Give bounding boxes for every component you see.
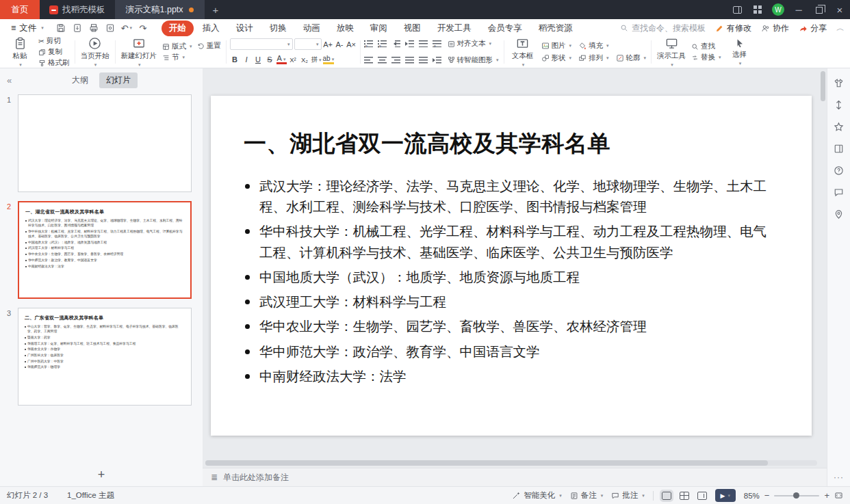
- split-window-button[interactable]: [727, 0, 747, 19]
- resize-pane-icon[interactable]: [834, 100, 844, 110]
- ribbon-tab[interactable]: 视图: [396, 21, 428, 36]
- command-search[interactable]: 查找命令、搜索模板: [620, 23, 706, 34]
- presentation-tools-button[interactable]: 演示工具: [655, 37, 688, 68]
- home-tab[interactable]: 首页: [0, 0, 40, 19]
- horizontal-scrollbar[interactable]: [205, 460, 817, 466]
- underline-button[interactable]: U: [253, 55, 263, 64]
- print-button[interactable]: [86, 21, 101, 35]
- more-tools-icon[interactable]: ···: [834, 473, 844, 482]
- paste-button[interactable]: 粘贴: [5, 37, 35, 68]
- ribbon-tab[interactable]: 开始: [162, 21, 194, 36]
- slide-thumbnail-1[interactable]: [18, 94, 192, 192]
- font-size-select[interactable]: [294, 38, 322, 50]
- ribbon-tab[interactable]: 切换: [262, 21, 294, 36]
- theme-skin-icon[interactable]: [834, 78, 844, 88]
- vertical-scrollbar[interactable]: [821, 71, 825, 458]
- increase-font-button[interactable]: A+: [323, 40, 333, 49]
- add-slide-button[interactable]: +: [0, 463, 203, 486]
- export-button[interactable]: [70, 21, 85, 35]
- file-menu-button[interactable]: ≡ 文件: [5, 23, 49, 34]
- ribbon-tab[interactable]: 插入: [195, 21, 227, 36]
- minimize-button[interactable]: ─: [788, 0, 809, 19]
- slide-canvas[interactable]: 一、湖北省双一流高校及其学科名单 武汉大学：理论经济学、法学、马克思主义理论、化…: [203, 68, 827, 468]
- section-button[interactable]: 节: [161, 53, 194, 62]
- help-icon[interactable]: [834, 165, 844, 176]
- phonetic-guide-button[interactable]: 拼: [311, 55, 322, 64]
- columns-button[interactable]: [433, 57, 441, 64]
- text-direction-button[interactable]: [419, 40, 428, 47]
- preview-button[interactable]: [103, 21, 118, 35]
- ribbon-tab[interactable]: 设计: [229, 21, 261, 36]
- slide-bullet[interactable]: 武汉大学：理论经济学、法学、马克思主义理论、化学、地球物理学、生物学、土木工程、…: [244, 176, 779, 217]
- close-button[interactable]: ×: [829, 0, 850, 19]
- cut-button[interactable]: ✂剪切: [37, 36, 71, 46]
- new-document-tab-button[interactable]: +: [205, 4, 227, 16]
- redo-button[interactable]: ↷: [136, 21, 151, 35]
- align-text-button[interactable]: 对齐文本: [446, 39, 493, 49]
- outline-button[interactable]: 轮廓: [615, 53, 648, 63]
- slide-bullet[interactable]: 华中科技大学：机械工程、光学工程、材料科学与工程、动力工程及工程热物理、电气工程…: [244, 221, 779, 262]
- slideshow-play-button[interactable]: ▶: [715, 489, 736, 502]
- current-slide[interactable]: 一、湖北省双一流高校及其学科名单 武汉大学：理论经济学、法学、马克思主义理论、化…: [211, 96, 812, 436]
- format-painter-button[interactable]: 格式刷: [37, 58, 71, 68]
- replace-button[interactable]: 替换: [690, 53, 723, 62]
- bold-button[interactable]: B: [230, 55, 240, 64]
- increase-indent-button[interactable]: [405, 40, 414, 47]
- bullet-list-button[interactable]: [364, 40, 373, 47]
- slide-thumbnail-2-selected[interactable]: 一、湖北省双一流高校及其学科名单 武汉大学：理论经济学、法学、马克思主义理论、化…: [18, 201, 192, 299]
- distribute-button[interactable]: [419, 57, 428, 64]
- slide-sorter-view-button[interactable]: [680, 492, 689, 500]
- shape-button[interactable]: 形状: [540, 53, 574, 63]
- layout-button[interactable]: 版式: [161, 42, 194, 51]
- strikethrough-button[interactable]: S: [265, 55, 275, 64]
- align-right-button[interactable]: [391, 57, 400, 64]
- normal-view-button[interactable]: [662, 492, 671, 500]
- collapse-ribbon-button[interactable]: ︿: [836, 23, 845, 34]
- new-slide-button[interactable]: 新建幻灯片: [119, 37, 159, 68]
- zoom-slider-knob[interactable]: [793, 492, 799, 499]
- align-center-button[interactable]: [378, 57, 387, 64]
- zoom-out-button[interactable]: −: [764, 490, 770, 501]
- picture-button[interactable]: 图片: [540, 41, 574, 51]
- font-color-button[interactable]: A: [276, 55, 287, 64]
- justify-button[interactable]: [405, 57, 414, 64]
- share-button[interactable]: 分享: [799, 23, 827, 34]
- tab-slides[interactable]: 幻灯片: [99, 72, 138, 88]
- ribbon-tab[interactable]: 放映: [329, 21, 361, 36]
- reset-button[interactable]: 重置: [196, 41, 222, 51]
- textbox-button[interactable]: 文本框: [508, 37, 538, 68]
- slide-thumbnail-3[interactable]: 二、广东省双一流高校及其学科名单 中山大学：哲学、数学、化学、生物学、生态学、材…: [18, 308, 192, 406]
- zoom-slider[interactable]: [774, 495, 819, 496]
- decrease-indent-button[interactable]: [391, 40, 400, 47]
- location-pin-icon[interactable]: [834, 209, 844, 220]
- fit-to-window-icon[interactable]: [834, 491, 843, 500]
- arrange-button[interactable]: 排列: [577, 53, 610, 63]
- zoom-percent[interactable]: 85%: [744, 492, 760, 500]
- zoom-in-button[interactable]: +: [824, 490, 829, 501]
- ribbon-tab[interactable]: 动画: [296, 21, 328, 36]
- italic-button[interactable]: I: [242, 55, 252, 64]
- slide-bullet[interactable]: 华中师范大学：政治学、教育学、中国语言文学: [244, 341, 779, 362]
- save-button[interactable]: [53, 21, 68, 35]
- comment-pane-icon[interactable]: [834, 187, 844, 198]
- slide-bullet[interactable]: 武汉理工大学：材料科学与工程: [244, 291, 779, 312]
- collaborate-button[interactable]: 协作: [761, 23, 789, 34]
- undo-button[interactable]: ↶: [119, 21, 134, 35]
- convert-smartart-button[interactable]: 转智能图形: [446, 55, 500, 65]
- play-from-current-button[interactable]: 当页开始: [79, 37, 112, 68]
- template-store-tab[interactable]: 找稻壳模板: [40, 4, 115, 16]
- superscript-button[interactable]: X²: [288, 56, 298, 64]
- comments-toggle-button[interactable]: 批注: [611, 490, 645, 501]
- favorites-star-icon[interactable]: [834, 122, 844, 132]
- fill-button[interactable]: 填充: [577, 41, 610, 51]
- subscript-button[interactable]: X₂: [300, 56, 310, 64]
- slide-bullet[interactable]: 中国地质大学（武汉）：地质学、地质资源与地质工程: [244, 267, 779, 287]
- horizontal-scrollbar-thumb[interactable]: [205, 460, 768, 466]
- smart-beautify-button[interactable]: 智能美化: [512, 490, 562, 501]
- font-family-select[interactable]: [230, 38, 293, 50]
- slide-bullet[interactable]: 中南财经政法大学：法学: [244, 366, 779, 386]
- highlight-button[interactable]: ab: [323, 55, 335, 64]
- task-pane-icon[interactable]: [834, 144, 844, 154]
- clear-format-button[interactable]: A×: [346, 40, 357, 49]
- ribbon-tab[interactable]: 稻壳资源: [531, 21, 580, 36]
